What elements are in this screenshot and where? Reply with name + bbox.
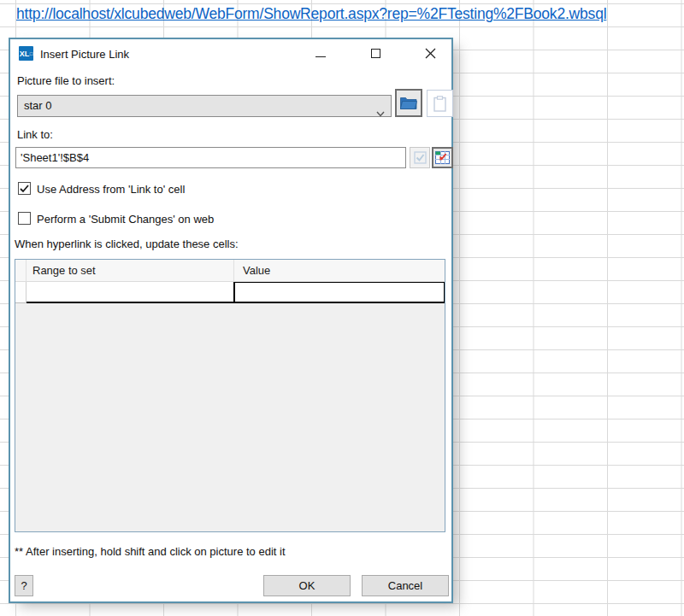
table-row bbox=[15, 282, 446, 303]
picture-file-value: star 0 bbox=[24, 99, 52, 112]
minimize-button[interactable] bbox=[308, 43, 333, 63]
help-button[interactable]: ? bbox=[15, 575, 33, 596]
ok-button[interactable]: OK bbox=[263, 575, 351, 596]
check-icon bbox=[20, 185, 29, 193]
submit-changes-label[interactable]: Perform a 'Submit Changes' on web bbox=[37, 213, 214, 226]
dialog-title: Insert Picture Link bbox=[40, 48, 129, 61]
use-address-label[interactable]: Use Address from 'Link to' cell bbox=[37, 183, 185, 196]
column-header-value[interactable]: Value bbox=[234, 260, 445, 282]
close-icon bbox=[425, 48, 436, 59]
app-icon-text: XL bbox=[20, 50, 30, 58]
link-to-value: 'Sheet1'!$B$4 bbox=[21, 151, 89, 164]
checkmark-icon bbox=[414, 151, 427, 164]
clipboard-icon bbox=[433, 96, 446, 112]
column-header-range[interactable]: Range to set bbox=[27, 260, 234, 282]
footnote-text: ** After inserting, hold shift and click… bbox=[15, 545, 286, 558]
cancel-button[interactable]: Cancel bbox=[362, 575, 449, 596]
cell-hyperlink[interactable]: http://localhost/xlcubedweb/WebForm/Show… bbox=[16, 5, 606, 23]
folder-icon bbox=[400, 97, 417, 109]
row-selector-cell[interactable] bbox=[15, 282, 27, 303]
paste-button[interactable] bbox=[427, 90, 453, 117]
xlcubed-logo-icon: XL□ bbox=[19, 46, 33, 61]
insert-picture-link-dialog: XL□ Insert Picture Link Picture file to … bbox=[9, 38, 453, 603]
chevron-down-icon[interactable] bbox=[376, 103, 385, 124]
picture-file-combobox[interactable]: star 0 bbox=[17, 95, 392, 117]
maximize-button[interactable] bbox=[363, 43, 388, 63]
value-cell[interactable] bbox=[234, 282, 445, 303]
use-address-checkbox[interactable] bbox=[18, 182, 31, 195]
submit-changes-checkbox[interactable] bbox=[18, 212, 31, 225]
range-cell[interactable] bbox=[27, 282, 234, 303]
update-cells-label: When hyperlink is clicked, update these … bbox=[15, 238, 239, 250]
maximize-icon bbox=[371, 49, 380, 58]
picture-file-label: Picture file to insert: bbox=[17, 74, 115, 87]
range-selector-icon bbox=[435, 151, 450, 164]
minimize-icon bbox=[315, 56, 326, 57]
browse-button[interactable] bbox=[395, 89, 422, 117]
range-selector-button[interactable] bbox=[432, 147, 453, 168]
link-to-label: Link to: bbox=[17, 128, 53, 141]
close-button[interactable] bbox=[417, 43, 443, 63]
update-cells-table: Range to set Value bbox=[15, 259, 445, 532]
app-icon-cube: □ bbox=[30, 51, 33, 56]
link-to-input[interactable]: 'Sheet1'!$B$4 bbox=[15, 147, 406, 168]
row-selector-header bbox=[15, 260, 27, 282]
confirm-link-button bbox=[410, 147, 430, 168]
